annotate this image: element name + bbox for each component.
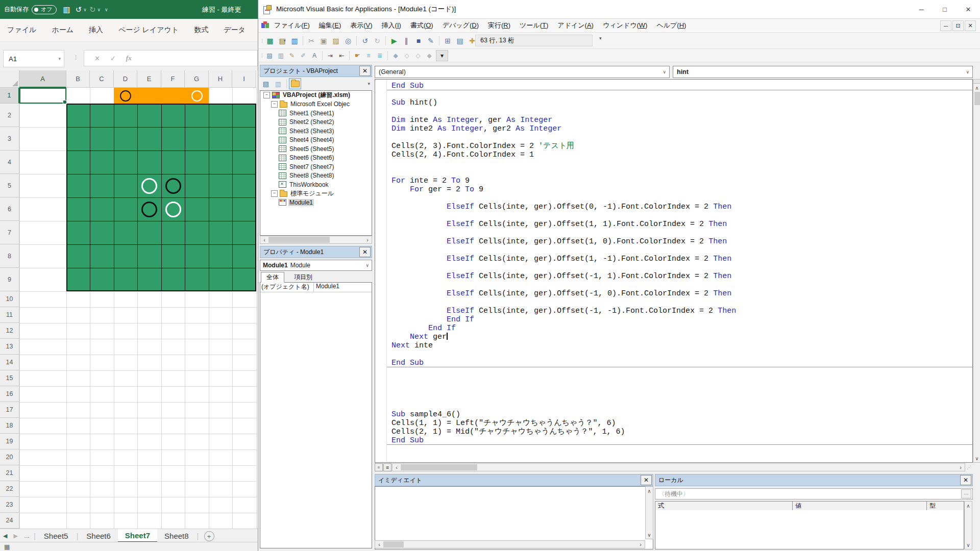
sheet-nav-left-icon[interactable]: ◀ xyxy=(0,529,10,542)
scroll-thumb[interactable] xyxy=(268,237,330,243)
code-line[interactable]: ElseIf Cells(inte, ger).Offset(0, -1).Fo… xyxy=(387,203,972,211)
row-header-15[interactable]: 15 xyxy=(0,370,19,386)
spreadsheet-grid[interactable]: ABCDEFGHI1234567891011121314151617181920… xyxy=(0,70,258,529)
project-hscrollbar[interactable]: ‹ › xyxy=(260,236,372,244)
next-bookmark-icon[interactable]: ◇ xyxy=(401,51,412,61)
code-line[interactable]: ElseIf Cells(inte, ger).Offset(1, -1).Fo… xyxy=(387,255,972,263)
code-line[interactable] xyxy=(387,402,972,410)
tree-item[interactable]: ThisWorkbook xyxy=(260,180,372,189)
tree-item[interactable]: Sheet3 (Sheet3) xyxy=(260,127,372,136)
toolbar-grip[interactable]: ⁞ xyxy=(261,38,262,44)
code-line[interactable] xyxy=(387,281,972,289)
code-line[interactable]: For ger = 2 To 9 xyxy=(387,185,972,194)
code-line[interactable]: End If xyxy=(387,324,972,333)
view-excel-icon[interactable]: ▦ xyxy=(264,35,276,47)
row-header-9[interactable]: 9 xyxy=(0,268,19,291)
find-icon[interactable]: ◎ xyxy=(342,35,354,47)
code-line[interactable] xyxy=(387,211,972,220)
code-line[interactable] xyxy=(387,246,972,255)
code-line[interactable]: Dim inte2 As Integer, ger2 As Integer xyxy=(387,124,972,133)
break-icon[interactable]: ∥ xyxy=(400,35,412,47)
code-line[interactable]: Cells(1, 1) = Left("チャウチャウちゃうんちゃう？", 6) xyxy=(387,419,972,428)
view-object-icon[interactable]: ▥ xyxy=(272,78,284,89)
tree-item[interactable]: −VBAProject (練習.xlsm) xyxy=(260,91,372,100)
expander-icon[interactable]: − xyxy=(271,101,278,108)
outdent-icon[interactable]: ⇤ xyxy=(336,51,347,61)
quick-access-options-icon[interactable]: ∨ xyxy=(105,7,108,12)
sheet-overflow-icon[interactable]: … xyxy=(21,529,33,542)
procedure-combo[interactable]: hint ∨ xyxy=(673,66,973,78)
code-line[interactable] xyxy=(387,90,972,98)
tree-item[interactable]: Sheet1 (Sheet1) xyxy=(260,109,372,118)
locals-table-body[interactable] xyxy=(655,510,964,549)
active-cell-A1[interactable] xyxy=(19,88,66,104)
ribbon-tab[interactable]: データ xyxy=(224,26,246,35)
row-header-3[interactable]: 3 xyxy=(0,127,19,151)
scroll-thumb[interactable] xyxy=(401,464,477,470)
autosave-toggle[interactable]: オフ xyxy=(32,5,57,14)
resize-grip-icon[interactable]: ⋰ xyxy=(965,465,973,470)
minimize-button[interactable]: ─ xyxy=(910,0,933,18)
reset-icon[interactable]: ■ xyxy=(412,35,425,47)
code-line[interactable]: ElseIf Cells(inte, ger).Offset(-1, 0).Fo… xyxy=(387,289,972,298)
code-vscrollbar[interactable]: ∧ ∨ xyxy=(973,79,980,463)
code-line[interactable] xyxy=(387,194,972,203)
properties-tab-categorized[interactable]: 項目別 xyxy=(289,272,317,283)
toolbar-grip[interactable]: ⁞ xyxy=(261,53,262,59)
row-header-10[interactable]: 10 xyxy=(0,291,19,307)
tree-item[interactable]: −Microsoft Excel Objec xyxy=(260,100,372,109)
menu-デバッグ[interactable]: デバッグ(D) xyxy=(438,21,483,30)
properties-tab-all[interactable]: 全体 xyxy=(261,272,284,283)
properties-object-combo[interactable]: Module1Module ∨ xyxy=(260,260,372,271)
scroll-thumb[interactable] xyxy=(383,541,404,547)
row-header-24[interactable]: 24 xyxy=(0,513,19,529)
uncomment-block-icon[interactable]: ≣ xyxy=(374,51,385,61)
column-header-C[interactable]: C xyxy=(90,70,114,88)
project-panel-options-icon[interactable]: ▾ xyxy=(368,81,370,86)
code-line[interactable] xyxy=(387,367,972,375)
new-sheet-button[interactable]: + xyxy=(204,531,214,541)
indent-icon[interactable]: ⇥ xyxy=(325,51,336,61)
copy-icon[interactable]: ▣ xyxy=(317,35,330,47)
row-header-16[interactable]: 16 xyxy=(0,386,19,402)
code-line[interactable]: Cells(2, 4).Font.ColorIndex = 1 xyxy=(387,151,972,159)
locals-close-icon[interactable]: ✕ xyxy=(960,475,971,485)
undo-icon[interactable]: ↺ xyxy=(76,6,82,13)
object-combo[interactable]: (General) ∨ xyxy=(375,66,670,78)
call-stack-button[interactable]: ⋯ xyxy=(961,489,971,498)
comment-block-icon[interactable]: ≡ xyxy=(363,51,374,61)
code-line[interactable]: Sub hint() xyxy=(387,98,972,107)
tree-item[interactable]: Module1 xyxy=(260,198,372,207)
row-header-18[interactable]: 18 xyxy=(0,418,19,434)
code-line[interactable]: Cells(2, 1) = Mid("チャウチャウちゃうんちゃう？", 1, 6… xyxy=(387,428,972,436)
code-line[interactable]: End Sub xyxy=(387,436,972,445)
code-line[interactable] xyxy=(387,263,972,272)
combo-dropdown-icon[interactable]: ∨ xyxy=(365,263,369,268)
row-header-4[interactable]: 4 xyxy=(0,151,19,174)
tree-item[interactable]: −標準モジュール xyxy=(260,189,372,198)
immediate-close-icon[interactable]: ✕ xyxy=(641,475,652,485)
disc-white[interactable] xyxy=(191,90,203,102)
property-row[interactable]: (オブジェクト名) Module1 xyxy=(260,283,372,292)
save-icon[interactable]: ▥ xyxy=(288,35,301,47)
undo-icon[interactable]: ↺ xyxy=(359,35,371,47)
project-close-icon[interactable]: ✕ xyxy=(359,66,371,76)
sheet-tab-Sheet6[interactable]: Sheet6 xyxy=(79,529,118,542)
properties-window-icon[interactable]: ▤ xyxy=(454,35,466,47)
locals-column-0[interactable]: 式 xyxy=(655,501,793,511)
redo-icon[interactable]: ↻ xyxy=(371,35,383,47)
select-all-corner[interactable] xyxy=(0,70,19,88)
menu-ツール[interactable]: ツール(T) xyxy=(515,21,553,30)
row-header-6[interactable]: 6 xyxy=(0,197,19,221)
row-header-17[interactable]: 17 xyxy=(0,402,19,418)
code-line[interactable]: End Sub xyxy=(387,82,972,90)
dropdown-icon[interactable]: ▾ xyxy=(284,38,286,43)
code-editor[interactable]: End SubSub hint()Dim inte As Integer, ge… xyxy=(375,79,973,463)
disc-black[interactable] xyxy=(141,202,157,217)
column-header-A[interactable]: A xyxy=(19,70,66,88)
clear-bookmarks-icon[interactable]: ◆ xyxy=(424,51,435,61)
menu-挿入[interactable]: 挿入(I) xyxy=(377,21,406,30)
row-header-2[interactable]: 2 xyxy=(0,104,19,127)
row-header-1[interactable]: 1 xyxy=(0,88,19,104)
disc-black[interactable] xyxy=(120,90,131,102)
